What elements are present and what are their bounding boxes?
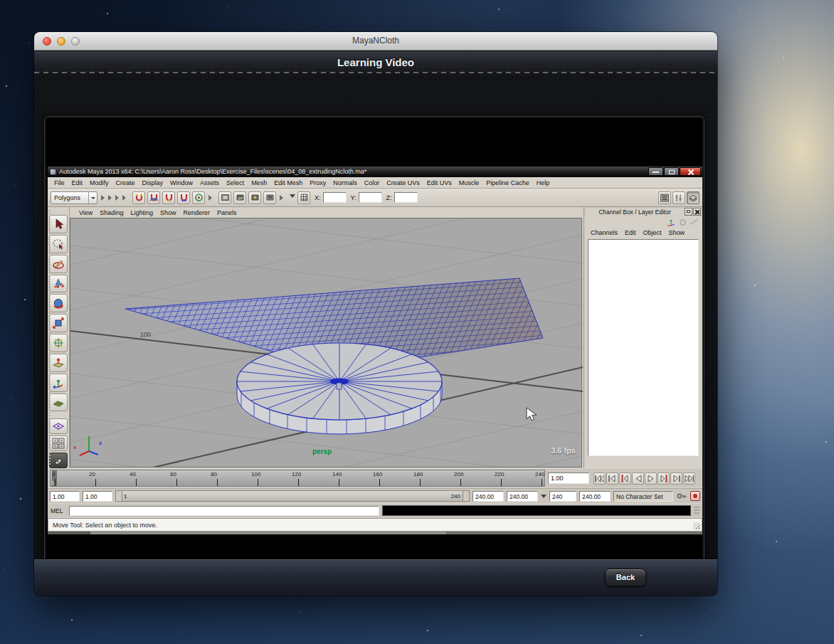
maya-menu-create[interactable]: Create (112, 179, 139, 186)
lasso-select-tool[interactable] (49, 235, 68, 253)
mel-result-area[interactable] (382, 505, 691, 516)
maya-menu-select[interactable]: Select (223, 179, 248, 186)
cylinder-disc[interactable] (237, 343, 442, 434)
step-back-frame-button[interactable] (606, 473, 618, 485)
maya-menu-normals[interactable]: Normals (329, 179, 361, 186)
statusline-separator[interactable] (100, 195, 130, 201)
maya-menu-edit-uvs[interactable]: Edit UVs (423, 179, 455, 186)
go-to-end-button[interactable] (683, 473, 695, 485)
show-channel-box-button[interactable] (658, 191, 671, 204)
character-set-dropdown[interactable]: No Character Set (613, 491, 673, 502)
maya-menu-window[interactable]: Window (167, 179, 196, 186)
last-tool-used[interactable] (49, 394, 68, 412)
manipulator-axis-icon[interactable] (667, 218, 676, 227)
current-time-field[interactable]: 1.00 (548, 473, 589, 484)
rotate-tool[interactable] (49, 294, 68, 312)
playback-end-field[interactable]: 240.00 (473, 491, 504, 502)
panel-menu-shading[interactable]: Shading (96, 209, 127, 216)
maya-minimize-button[interactable] (648, 167, 663, 176)
channelbox-menu-channels[interactable]: Channels (587, 229, 621, 236)
panel-menu-view[interactable]: View (75, 209, 96, 216)
maya-menu-color[interactable]: Color (361, 179, 384, 186)
maya-menu-assets[interactable]: Assets (196, 179, 223, 186)
video-player[interactable]: Autodesk Maya 2013 x64: C:\Users\Aaron R… (44, 116, 704, 585)
step-forward-frame-button[interactable] (670, 473, 682, 485)
show-tool-settings-button[interactable] (687, 191, 700, 204)
animation-end-field[interactable]: 240.00 (507, 491, 538, 502)
maya-titlebar[interactable]: Autodesk Maya 2013 x64: C:\Users\Aaron R… (48, 167, 702, 177)
maya-menu-edit-mesh[interactable]: Edit Mesh (270, 179, 306, 186)
command-line-grip[interactable] (694, 507, 700, 515)
panel-dock-icon[interactable] (685, 208, 692, 216)
four-pane-layout-button[interactable] (49, 436, 68, 451)
ipr-render-button[interactable] (248, 191, 261, 204)
panel-menu-renderer[interactable]: Renderer (179, 209, 213, 216)
playback-start-field[interactable]: 1.00 (50, 491, 80, 502)
panel-menu-show[interactable]: Show (157, 209, 180, 216)
range-slider[interactable]: 1 240 (115, 490, 470, 502)
mel-label[interactable]: MEL (51, 507, 66, 514)
auto-keyframe-toggle[interactable] (690, 491, 700, 501)
render-settings-button[interactable] (263, 191, 276, 204)
y-coordinate-input[interactable] (359, 192, 382, 203)
single-pane-layout-button[interactable] (49, 418, 68, 434)
menu-set-dropdown[interactable]: Polygons (51, 191, 97, 204)
scale-tool[interactable] (49, 314, 68, 332)
make-live-button[interactable] (192, 191, 205, 204)
move-tool[interactable] (49, 275, 68, 293)
channelbox-menu-edit[interactable]: Edit (621, 229, 640, 236)
alt-end-field[interactable]: 240 (549, 491, 576, 502)
channelbox-menu-object[interactable]: Object (640, 229, 665, 236)
mac-titlebar[interactable]: MayaNCloth (34, 32, 717, 51)
time-slider[interactable]: 1 020406080100120140160180200220240 (50, 470, 545, 487)
maya-menu-mesh[interactable]: Mesh (248, 179, 270, 186)
snap-to-plane-button[interactable] (177, 191, 190, 204)
show-attribute-editor-button[interactable] (672, 191, 685, 204)
maya-menu-edit[interactable]: Edit (68, 179, 87, 186)
panel-menu-lighting[interactable]: Lighting (127, 209, 157, 216)
x-coordinate-input[interactable] (323, 192, 347, 203)
soft-modification-tool[interactable] (49, 354, 68, 372)
alt-end2-field[interactable]: 240.00 (579, 491, 611, 502)
statusline-separator[interactable] (207, 195, 216, 201)
maya-menu-pipeline-cache[interactable]: Pipeline Cache (482, 179, 533, 186)
chevron-down-icon[interactable] (541, 495, 547, 501)
snap-to-grid-button[interactable] (132, 191, 145, 204)
render-current-frame-button[interactable] (233, 191, 246, 204)
speed-toggle-icon[interactable] (680, 219, 686, 226)
coordinate-grid-icon[interactable] (297, 191, 310, 204)
paint-selection-tool[interactable] (49, 255, 68, 273)
key-icon[interactable] (676, 490, 687, 502)
animation-start-field[interactable]: 1.00 (83, 491, 112, 502)
maya-menu-create-uvs[interactable]: Create UVs (383, 179, 423, 186)
maya-menu-file[interactable]: File (51, 179, 68, 186)
maya-close-button[interactable] (680, 167, 701, 176)
snap-to-curve-button[interactable] (147, 191, 160, 204)
universal-manipulator-tool[interactable] (49, 334, 68, 352)
range-handle-right[interactable] (463, 491, 469, 501)
statusline-separator[interactable] (278, 195, 287, 201)
step-forward-key-button[interactable] (658, 473, 670, 485)
channelbox-menu-show[interactable]: Show (665, 229, 689, 236)
mel-command-input[interactable] (69, 506, 379, 516)
chevron-down-icon[interactable] (290, 194, 295, 201)
back-button[interactable]: Back (605, 569, 646, 586)
maya-menu-proxy[interactable]: Proxy (306, 179, 329, 186)
maya-menu-help[interactable]: Help (533, 179, 554, 186)
hypershade-layout-button[interactable] (49, 453, 68, 468)
pencil-icon[interactable] (690, 219, 698, 226)
step-back-key-button[interactable] (619, 473, 631, 485)
viewport-3d[interactable]: 100 persp 3.6 fps x z (70, 218, 582, 468)
play-forwards-button[interactable] (645, 473, 657, 485)
go-to-start-button[interactable] (593, 473, 606, 485)
panel-close-icon[interactable] (693, 208, 701, 216)
range-handle-left[interactable] (116, 491, 122, 501)
construction-history-button[interactable] (218, 191, 231, 204)
maya-menu-modify[interactable]: Modify (86, 179, 112, 186)
maya-menu-muscle[interactable]: Muscle (455, 179, 483, 186)
select-tool[interactable] (49, 215, 68, 233)
play-backwards-button[interactable] (632, 473, 644, 485)
maya-menu-display[interactable]: Display (139, 179, 167, 186)
resize-grip-icon[interactable] (693, 522, 700, 529)
z-coordinate-input[interactable] (394, 192, 418, 203)
